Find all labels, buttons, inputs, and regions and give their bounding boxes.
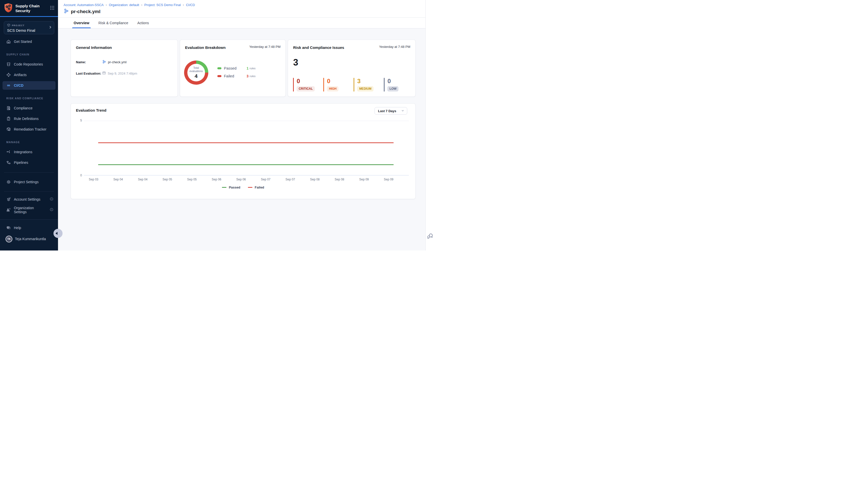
supply-chain-security-logo-icon xyxy=(4,3,13,14)
tab-risk-compliance[interactable]: Risk & Compliance xyxy=(97,18,129,28)
breadcrumb-organization-link[interactable]: Organization: default xyxy=(109,3,139,7)
sidebar-footer: ? Help TK Teja Kummarikuntla xyxy=(0,219,58,250)
donut-center-label: Total evaluations xyxy=(189,66,203,73)
app-grid-icon[interactable] xyxy=(50,6,54,11)
last-evaluation-value: Sep 9, 2024 7:48pm xyxy=(108,72,137,75)
sidebar-item-pipelines[interactable]: Pipelines xyxy=(2,158,55,167)
passed-pill-icon xyxy=(217,67,221,69)
legend-row-passed: Passed 1 rules xyxy=(217,66,256,70)
code-repo-icon xyxy=(6,62,11,66)
sidebar-item-label: Get Started xyxy=(14,40,32,44)
workflow-icon xyxy=(64,8,69,14)
sidebar-nav: Get Started SUPPLY CHAIN Code Repositori… xyxy=(0,37,58,214)
product-title: Supply Chain Security xyxy=(15,3,40,13)
donut-total: 4 xyxy=(195,73,198,79)
sidebar-item-account-settings[interactable]: Account Settings xyxy=(2,195,55,204)
evaluation-trend-card: Evaluation Trend Last 7 Days 5 0 Sep 03S… xyxy=(71,103,416,199)
section-label-risk-compliance: RISK AND COMPLIANCE xyxy=(0,92,58,102)
failed-pill-icon xyxy=(217,75,221,77)
sidebar-item-label: Account Settings xyxy=(14,197,40,201)
y-axis-max-label: 5 xyxy=(77,119,82,122)
breadcrumb-cicd-link[interactable]: CI/CD xyxy=(186,3,195,7)
severity-low: 0 LOW xyxy=(384,78,410,92)
project-selector[interactable]: PROJECT SCS Demo Final xyxy=(4,21,54,34)
name-value: pr-check.yml xyxy=(108,60,127,64)
sidebar-item-label: Pipelines xyxy=(14,161,28,164)
artifacts-icon xyxy=(6,73,11,77)
user-name: Teja Kummarikuntla xyxy=(15,237,46,241)
info-icon[interactable] xyxy=(50,207,53,212)
project-cube-icon xyxy=(7,23,10,27)
main-content: Account: Automation-SSCA › Organization:… xyxy=(58,0,434,250)
sidebar-item-help[interactable]: ? Help xyxy=(2,224,55,232)
sidebar-item-get-started[interactable]: Get Started xyxy=(2,37,55,46)
evaluation-donut: Total evaluations 4 xyxy=(184,61,208,85)
section-label-supply-chain: SUPPLY CHAIN xyxy=(0,48,58,58)
project-name: SCS Demo Final xyxy=(7,28,51,32)
trend-legend: Passed Failed xyxy=(71,185,415,189)
breadcrumb-project-link[interactable]: Project: SCS Demo Final xyxy=(144,3,181,7)
user-menu[interactable]: TK Teja Kummarikuntla xyxy=(2,234,55,244)
evaluation-breakdown-card: Evaluation Breakdown Yesterday at 7:48 P… xyxy=(180,40,286,97)
sidebar-item-organization-settings[interactable]: Organization Settings xyxy=(2,206,55,214)
sidebar-item-label: Project Settings xyxy=(14,180,39,184)
help-chat-icon: ? xyxy=(6,225,11,230)
cicd-infinity-icon: ∞ xyxy=(6,83,11,88)
sidebar-item-compliance[interactable]: Compliance xyxy=(2,104,55,113)
sidebar-item-remediation-tracker[interactable]: Remediation Tracker xyxy=(2,125,55,134)
gear-icon xyxy=(6,180,11,184)
sidebar-item-integrations[interactable]: Integrations xyxy=(2,148,55,156)
card-timestamp: Yesterday at 7:48 PM xyxy=(379,45,410,49)
chevron-down-icon xyxy=(401,109,405,113)
failed-line-icon xyxy=(248,187,252,188)
breadcrumb-account-link[interactable]: Account: Automation-SSCA xyxy=(64,3,104,7)
sidebar-item-label: Code Repositories xyxy=(14,62,43,66)
sidebar-item-rule-definitions[interactable]: Rule Definitions xyxy=(2,115,55,123)
section-label-manage: MANAGE xyxy=(0,136,58,146)
sidebar-item-label: Help xyxy=(14,226,21,230)
breadcrumb-separator: › xyxy=(106,3,107,7)
accent-divider xyxy=(0,16,58,17)
severity-critical: 0 CRITICAL xyxy=(293,78,320,92)
page-title: pr-check.yml xyxy=(71,9,101,14)
avatar: TK xyxy=(6,236,12,243)
calendar-icon xyxy=(102,71,106,76)
sidebar-item-artifacts[interactable]: Artifacts xyxy=(2,71,55,79)
breadcrumb-separator: › xyxy=(183,3,184,7)
trend-plot xyxy=(84,121,409,175)
compliance-icon xyxy=(6,106,11,110)
trend-x-ticks: Sep 03Sep 04Sep 04Sep 05Sep 05Sep 06Sep … xyxy=(84,178,409,182)
chat-bubbles-icon[interactable] xyxy=(427,233,433,241)
sidebar-collapse-handle[interactable] xyxy=(53,229,63,238)
sidebar-item-label: Artifacts xyxy=(14,73,27,77)
chevron-right-icon xyxy=(49,25,52,30)
legend-item-failed: Failed xyxy=(248,185,264,189)
overview-content: General Information Name: pr-check.yml xyxy=(58,29,416,199)
sidebar-item-label: Organization Settings xyxy=(14,206,46,214)
divider xyxy=(4,191,54,192)
tab-actions[interactable]: Actions xyxy=(136,18,150,28)
collapse-arrow-icon xyxy=(55,232,57,235)
workflow-icon xyxy=(102,60,106,64)
severity-badge: MEDIUM xyxy=(357,86,374,92)
info-icon[interactable] xyxy=(50,197,53,202)
svg-text:?: ? xyxy=(8,226,9,228)
date-range-select[interactable]: Last 7 Days xyxy=(375,107,407,115)
card-title: Evaluation Trend xyxy=(76,108,106,113)
date-range-value: Last 7 Days xyxy=(378,109,396,113)
sidebar-item-label: Integrations xyxy=(14,150,32,154)
legend-row-failed: Failed 3 rules xyxy=(217,74,256,78)
divider xyxy=(4,172,54,173)
tab-overview[interactable]: Overview xyxy=(72,18,91,28)
severity-badge: CRITICAL xyxy=(296,86,315,92)
remediation-icon xyxy=(6,127,11,131)
sidebar-item-code-repositories[interactable]: Code Repositories xyxy=(2,60,55,68)
y-axis-min-label: 0 xyxy=(77,174,82,177)
sidebar-item-cicd[interactable]: ∞ CI/CD xyxy=(2,81,55,90)
severity-row: 0 CRITICAL 0 HIGH 3 MEDIUM 0 LOW xyxy=(293,78,411,92)
breakdown-legend: Passed 1 rules Failed 3 rules xyxy=(217,66,256,82)
sidebar-item-project-settings[interactable]: Project Settings xyxy=(2,178,55,186)
severity-badge: HIGH xyxy=(327,86,338,92)
sidebar: Supply Chain Security PROJECT SCS Demo F… xyxy=(0,0,58,250)
rule-definitions-icon xyxy=(6,116,11,121)
